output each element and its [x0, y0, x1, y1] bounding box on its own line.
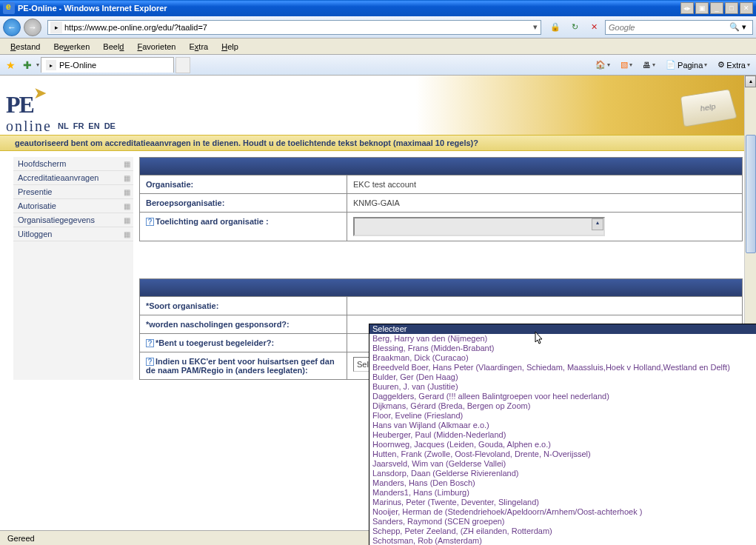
dropdown-option[interactable]: Manders1, Hans (Limburg): [369, 488, 756, 498]
refresh-button[interactable]: ↻: [566, 19, 583, 36]
chevron-down-icon: ▾: [629, 61, 632, 68]
scrollbar-thumb[interactable]: [746, 135, 756, 253]
help-icon[interactable]: ?: [146, 218, 154, 226]
help-icon[interactable]: ?: [146, 339, 154, 347]
site-header: PE ➤ online NL FR EN DE help: [0, 76, 756, 135]
dropdown-option[interactable]: Hoornweg, Jacques (Leiden, Gouda, Alphen…: [369, 440, 756, 449]
stop-button[interactable]: ✕: [586, 19, 602, 36]
chevron-down-icon: ▾: [652, 61, 655, 68]
aux-button-1[interactable]: ◂▸: [680, 2, 694, 14]
nav-bar: ← → ▸ ▾ 🔒 ↻ ✕ 🔍 ▾: [0, 16, 756, 39]
dropdown-option[interactable]: Bulder, Ger (Den Haag): [369, 372, 756, 382]
menu-bar: Bestand Bewerken Beeld Favorieten Extra …: [0, 39, 756, 55]
gear-icon: ▦: [124, 216, 130, 224]
sidebar: Hoofdscherm▦ Accreditatieaanvragen▦ Pres…: [13, 157, 133, 380]
toelichting-textarea[interactable]: ▴: [353, 217, 605, 236]
lang-de[interactable]: DE: [104, 121, 116, 130]
field-label-organisatie: Organisatie:: [140, 175, 347, 194]
gear-icon: ▦: [124, 174, 130, 182]
table-header: [140, 158, 743, 175]
search-button[interactable]: 🔍: [727, 22, 742, 32]
dropdown-option[interactable]: Selecteer: [369, 324, 756, 334]
print-button[interactable]: 🖶▾: [640, 59, 658, 71]
dropdown-option[interactable]: Sanders, Raymond (SCEN groepen): [369, 517, 756, 526]
dropdown-option[interactable]: Braakman, Dick (Curacao): [369, 353, 756, 363]
lock-icon[interactable]: 🔒: [547, 19, 563, 36]
dropdown-option[interactable]: Buuren, J. van (Justitie): [369, 382, 756, 392]
logo-pe-text: PE: [6, 91, 33, 118]
gear-icon: ▦: [124, 188, 130, 196]
scroll-up-button[interactable]: ▴: [745, 76, 756, 87]
field-label-toelichting: ?Toelichting aard organisatie :: [140, 213, 347, 241]
menu-view[interactable]: Beeld: [97, 41, 130, 53]
help-button[interactable]: help: [680, 89, 737, 127]
field-label-nascholingen: *worden nascholingen gesponsord?:: [140, 315, 347, 334]
sidebar-item-organisatiegegevens[interactable]: Organisatiegegevens▦: [13, 213, 133, 227]
dropdown-option[interactable]: Schotsman, Rob (Amsterdam): [369, 536, 756, 545]
dropdown-option[interactable]: Daggelders, Gerard (!!! alleen Balintgro…: [369, 392, 756, 401]
dropdown-option[interactable]: Hutten, Frank (Zwolle, Oost-Flevoland, D…: [369, 449, 756, 459]
forward-button[interactable]: →: [24, 19, 41, 36]
field-label-begeleider: ?*Bent u toegerust begeleider?:: [140, 334, 347, 352]
scroll-up-icon[interactable]: ▴: [592, 218, 603, 230]
dropdown-option[interactable]: Schepp, Peter Zeeland, (ZH eilanden, Rot…: [369, 526, 756, 536]
dropdown-option[interactable]: Manders, Hans (Den Bosch): [369, 478, 756, 488]
search-box[interactable]: 🔍 ▾: [605, 20, 753, 35]
add-favorite-icon[interactable]: ✚: [20, 59, 35, 71]
print-icon: 🖶: [643, 61, 651, 70]
dropdown-option[interactable]: Dijkmans, Gérard (Breda, Bergen op Zoom): [369, 401, 756, 411]
gear-icon: ▦: [124, 202, 130, 210]
sidebar-item-label: Accreditatieaanvragen: [18, 173, 98, 182]
chevron-down-icon: ▾: [704, 61, 707, 68]
dropdown-option[interactable]: Breedveld Boer, Hans Peter (Vlaardingen,…: [369, 363, 756, 372]
dropdown-option[interactable]: Berg, Harry van den (Nijmegen): [369, 334, 756, 344]
lang-fr[interactable]: FR: [73, 121, 84, 130]
browser-tab[interactable]: ▸ PE-Online: [41, 57, 174, 73]
menu-favorites[interactable]: Favorieten: [131, 41, 181, 53]
favorites-star-icon[interactable]: ★: [3, 59, 19, 71]
sidebar-item-hoofdscherm[interactable]: Hoofdscherm▦: [13, 157, 133, 171]
page-icon: 📄: [666, 60, 676, 70]
tools-label: Extra: [726, 61, 746, 70]
menu-help[interactable]: Help: [215, 41, 244, 53]
address-bar[interactable]: ▸ ▾: [47, 20, 541, 35]
help-icon[interactable]: ?: [146, 358, 154, 366]
sidebar-item-autorisatie[interactable]: Autorisatie▦: [13, 199, 133, 213]
table-header: [140, 279, 743, 297]
dropdown-option[interactable]: Blessing, Frans (Midden-Brabant): [369, 344, 756, 353]
ekc-select-dropdown[interactable]: Selecteer Berg, Harry van den (Nijmegen)…: [369, 324, 756, 545]
sidebar-item-uitloggen[interactable]: Uitloggen▦: [13, 227, 133, 241]
lang-nl[interactable]: NL: [58, 121, 69, 130]
page-content: PE ➤ online NL FR EN DE help geautorisee…: [0, 76, 756, 545]
sidebar-item-presentie[interactable]: Presentie▦: [13, 185, 133, 199]
lang-en[interactable]: EN: [88, 121, 99, 130]
menu-file[interactable]: Bestand: [4, 41, 46, 53]
logo-online-text: online: [6, 118, 52, 133]
new-tab-button[interactable]: [175, 57, 190, 73]
dropdown-option[interactable]: Hans van Wijland (Alkmaar e.o.): [369, 421, 756, 430]
feeds-button[interactable]: ▧▾: [618, 58, 635, 71]
dropdown-option[interactable]: Heuberger, Paul (Midden-Nederland): [369, 430, 756, 440]
close-button[interactable]: ✕: [740, 2, 753, 14]
menu-edit[interactable]: Bewerken: [47, 41, 96, 53]
aux-button-2[interactable]: ▣: [695, 2, 709, 14]
sidebar-item-accreditatie[interactable]: Accreditatieaanvragen▦: [13, 171, 133, 185]
dropdown-option[interactable]: Jaarsveld, Wim van (Gelderse Vallei): [369, 459, 756, 469]
address-input[interactable]: [64, 21, 530, 34]
window-title: PE-Online - Windows Internet Explorer: [18, 4, 679, 13]
search-input[interactable]: [606, 23, 727, 32]
tools-menu-button[interactable]: ⚙Extra▾: [715, 58, 753, 71]
page-menu-button[interactable]: 📄Pagina▾: [663, 58, 710, 71]
dropdown-option[interactable]: Lansdorp, Daan (Gelderse Rivierenland): [369, 469, 756, 478]
search-dropdown-icon[interactable]: ▾: [742, 22, 752, 32]
maximize-button[interactable]: □: [725, 2, 738, 14]
address-dropdown-icon[interactable]: ▾: [530, 22, 541, 32]
minimize-button[interactable]: _: [710, 2, 723, 14]
home-button[interactable]: 🏠▾: [592, 58, 613, 71]
menu-extra[interactable]: Extra: [183, 41, 214, 53]
dropdown-option[interactable]: Floor, Eveline (Friesland): [369, 411, 756, 421]
favorites-dropdown-icon[interactable]: ▾: [36, 61, 39, 68]
back-button[interactable]: ←: [3, 19, 21, 36]
dropdown-option[interactable]: Nooijer, Herman de (Stedendriehoek/Apeld…: [369, 507, 756, 517]
dropdown-option[interactable]: Marinus, Peter (Twente, Deventer, Slinge…: [369, 498, 756, 507]
